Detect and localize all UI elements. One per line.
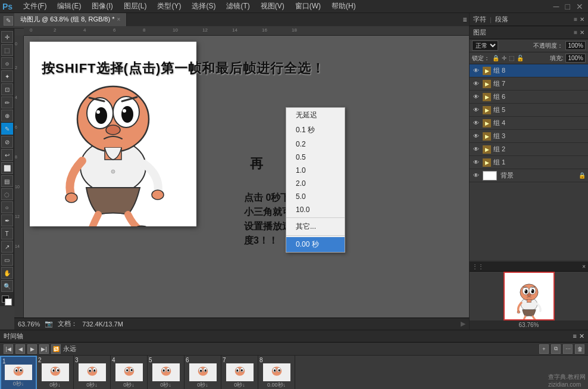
path-tool[interactable]: ↗: [1, 241, 13, 253]
crop-tool[interactable]: ⊡: [1, 83, 13, 95]
next-frame-btn[interactable]: ▶|: [39, 344, 49, 354]
frame-5[interactable]: 5 0秒↓: [148, 356, 184, 389]
menu-window[interactable]: 窗口(W): [290, 0, 326, 13]
frame-1[interactable]: 1 0秒↓: [0, 356, 37, 389]
menu-type[interactable]: 类型(Y): [152, 0, 186, 13]
frame-time-7[interactable]: 0秒↓: [234, 381, 245, 389]
delay-02[interactable]: 0.2: [286, 138, 345, 151]
pen-tool[interactable]: ✒: [1, 214, 13, 226]
blur-tool[interactable]: ◌: [1, 188, 13, 200]
frame-time-5[interactable]: 0秒↓: [160, 381, 171, 389]
move-tool[interactable]: ✛: [1, 31, 13, 43]
layers-close-btn[interactable]: ✕: [580, 29, 584, 36]
layer-item-8[interactable]: 👁 ▶ 组 8: [470, 64, 588, 77]
frame-time-4[interactable]: 0秒↓: [123, 381, 135, 389]
maximize-btn[interactable]: □: [563, 2, 573, 11]
document-tab[interactable]: 动图儿 @ 63.8% (组 8, RGB/8) * ×: [14, 13, 127, 26]
panel-menu-btn[interactable]: ≡: [461, 13, 469, 26]
menu-image[interactable]: 图像(I): [87, 0, 117, 13]
eye-icon[interactable]: 👁: [472, 132, 480, 141]
history-tool[interactable]: ↩: [1, 149, 13, 161]
lasso-tool[interactable]: ⌾: [1, 57, 13, 69]
layer-item-1[interactable]: 👁 ▶ 组 1: [470, 156, 588, 169]
layer-item-3[interactable]: 👁 ▶ 组 3: [470, 130, 588, 143]
color-box[interactable]: [2, 295, 12, 306]
loop-btn[interactable]: 🔁: [51, 344, 61, 354]
gradient-tool[interactable]: ▤: [1, 175, 13, 187]
fill-value[interactable]: 100%: [565, 54, 586, 63]
dodge-tool[interactable]: ○: [1, 201, 13, 213]
delay-50[interactable]: 5.0: [286, 190, 345, 203]
frame-3[interactable]: 3 0秒↓: [74, 356, 111, 389]
new-frame-btn[interactable]: +: [539, 344, 549, 354]
frame-8[interactable]: 8 0.00秒↓: [258, 356, 295, 389]
zoom-tool[interactable]: 🔍: [1, 280, 13, 292]
document-canvas[interactable]: [30, 42, 196, 226]
menu-filter[interactable]: 滤镜(T): [221, 0, 254, 13]
blend-mode-select[interactable]: 正常: [472, 41, 498, 51]
frame-time-8[interactable]: 0.00秒↓: [267, 381, 286, 389]
delay-other[interactable]: 其它...: [286, 219, 345, 234]
marquee-tool[interactable]: ⬚: [1, 44, 13, 56]
frame-time-2[interactable]: 0秒↓: [49, 381, 61, 389]
layer-item-6[interactable]: 👁 ▶ 组 6: [470, 91, 588, 104]
prev-frame-btn[interactable]: ◀: [15, 344, 25, 354]
delete-frame-btn[interactable]: 🗑: [575, 344, 584, 354]
frame-2[interactable]: 2 0秒↓: [37, 356, 74, 389]
delay-no[interactable]: 无延迟: [286, 108, 345, 123]
tween-btn[interactable]: ⋯: [563, 344, 573, 354]
layer-item-bg[interactable]: 👁 背景 🔒: [470, 169, 588, 182]
magic-wand[interactable]: ✦: [1, 70, 13, 82]
panel-close-btn[interactable]: ✕: [580, 16, 584, 23]
eye-icon[interactable]: 👁: [472, 145, 480, 154]
menu-edit[interactable]: 编辑(E): [52, 0, 86, 13]
eye-icon[interactable]: 👁: [472, 158, 480, 167]
play-btn[interactable]: ▶: [27, 344, 37, 354]
eye-icon[interactable]: 👁: [472, 119, 480, 127]
hand-tool[interactable]: ✋: [1, 267, 13, 279]
copy-frame-btn[interactable]: ⧉: [551, 344, 561, 354]
first-frame-btn[interactable]: |◀: [4, 344, 13, 354]
delay-01[interactable]: 0.1 秒: [286, 123, 345, 138]
eye-icon[interactable]: 👁: [472, 106, 480, 114]
clone-tool[interactable]: ⊘: [1, 136, 13, 148]
brush-tool[interactable]: ✎: [1, 123, 13, 135]
menu-select[interactable]: 选择(S): [187, 0, 220, 13]
frame-4[interactable]: 4 0秒↓: [111, 356, 148, 389]
menu-file[interactable]: 文件(F): [18, 0, 51, 13]
frame-6[interactable]: 6 0秒↓: [184, 356, 221, 389]
lock-icon[interactable]: 🔒: [492, 55, 499, 61]
status-arrow-btn[interactable]: ▶: [461, 320, 465, 328]
lock-all-icon[interactable]: 🔓: [517, 55, 524, 61]
eye-icon[interactable]: 👁: [472, 80, 480, 88]
timeline-menu-btn[interactable]: ≡: [573, 332, 577, 340]
layer-item-7[interactable]: 👁 ▶ 组 7: [470, 77, 588, 91]
layer-item-4[interactable]: 👁 ▶ 组 4: [470, 117, 588, 130]
menu-layer[interactable]: 图层(L): [119, 0, 152, 13]
delay-selected[interactable]: 0.00 秒: [286, 237, 345, 252]
zoom-level[interactable]: 63.76%: [18, 320, 40, 328]
eye-icon[interactable]: 👁: [472, 67, 480, 75]
menu-view[interactable]: 视图(V): [256, 0, 289, 13]
opacity-value2[interactable]: 100%: [565, 41, 586, 50]
eyedropper-tool[interactable]: ✏: [1, 97, 13, 108]
tab-close-btn[interactable]: ×: [117, 16, 121, 23]
delay-05[interactable]: 0.5: [286, 151, 345, 164]
delay-100[interactable]: 10.0: [286, 203, 345, 216]
eye-icon[interactable]: 👁: [472, 93, 480, 101]
frame-time-3[interactable]: 0秒↓: [86, 381, 98, 389]
delay-20[interactable]: 2.0: [286, 177, 345, 190]
frame-7[interactable]: 7 0秒↓: [221, 356, 258, 389]
shape-tool[interactable]: ▭: [1, 254, 13, 266]
text-tool[interactable]: T: [1, 228, 13, 239]
menu-help[interactable]: 帮助(H): [327, 0, 361, 13]
minimize-btn[interactable]: ─: [551, 2, 562, 11]
healing-tool[interactable]: ⊕: [1, 110, 13, 122]
close-btn[interactable]: ✕: [574, 2, 586, 11]
eraser-tool[interactable]: ⬜: [1, 162, 13, 174]
lock-move-icon[interactable]: ✛: [502, 55, 506, 61]
layers-menu-btn[interactable]: ≡: [574, 29, 577, 36]
timeline-close-btn[interactable]: ✕: [579, 332, 584, 340]
layer-item-5[interactable]: 👁 ▶ 组 5: [470, 104, 588, 117]
delay-10[interactable]: 1.0: [286, 164, 345, 177]
